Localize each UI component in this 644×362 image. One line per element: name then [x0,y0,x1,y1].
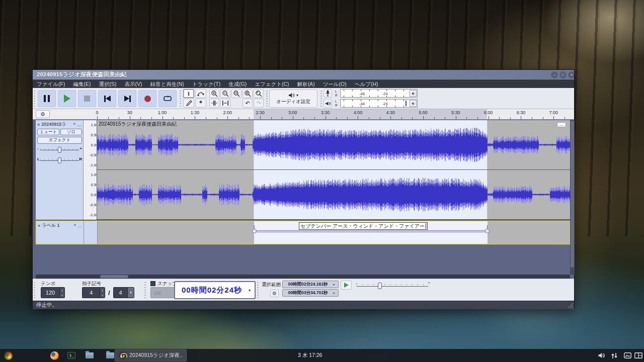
play-button[interactable] [58,90,76,107]
workspace-switcher-icon[interactable] [633,349,644,362]
label-start-handle[interactable] [252,229,257,233]
volume-tray-icon[interactable] [596,349,607,362]
redo-button[interactable]: ↷ [254,99,264,108]
toolbar-grip[interactable] [266,90,269,107]
recording-meter-bar[interactable]: LR -48 -24 [340,89,418,98]
menu-item[interactable]: ファイル(F) [33,80,69,88]
selection-start-field[interactable]: 00時間02分24.161秒 ▾ [282,281,339,288]
horizontal-scrollbar[interactable] [36,275,570,279]
dropdown-icon[interactable]: ▾ [333,291,338,295]
solo-button[interactable]: ソロ [60,129,82,135]
waveform-right-channel[interactable] [97,170,570,219]
label-end-handle[interactable] [485,229,490,233]
track-close-icon[interactable]: × [37,122,40,127]
maximize-button[interactable]: □ [559,71,567,78]
playback-meter-bar[interactable]: LR -48 -24 [340,99,418,108]
menu-item[interactable]: トラック(T) [188,80,224,88]
skip-to-end-button[interactable] [118,90,136,107]
play-speed-slider[interactable]: - + [355,281,435,290]
multi-tool-button[interactable]: * [195,99,206,108]
playback-meter[interactable]: LR -48 -24 [324,99,418,108]
menu-item[interactable]: 録音と再生(N) [146,80,188,88]
applications-menu-button[interactable] [2,349,14,362]
playback-meter-speaker-button[interactable] [324,99,332,108]
vertical-scrollbar[interactable] [570,120,575,275]
toolbar-grip[interactable] [180,90,182,107]
recording-meter-mic-button[interactable] [324,89,332,98]
effects-button[interactable]: エフェクト [37,137,82,144]
zoom-out-button[interactable] [220,89,230,98]
skip-to-start-button[interactable] [98,90,116,107]
selection-options-button[interactable]: ⚙ [270,290,279,297]
selection-tool-button[interactable]: I [183,89,194,98]
track-menu-icon[interactable]: … [77,122,82,127]
dropdown-icon[interactable]: ▾ [249,288,255,293]
menu-item[interactable]: エフェクト(C) [251,80,293,88]
zoom-selection-button[interactable] [231,89,242,98]
toolbar-grip[interactable] [320,90,323,107]
timesig-spinner[interactable]: ▴▾ [100,288,105,298]
menu-item[interactable]: 編集(E) [69,80,95,88]
zoom-toggle-button[interactable] [254,89,264,98]
titlebar[interactable]: 20240915ラジオ深夜便森田美由紀 – □ × [33,70,574,80]
trim-audio-button[interactable] [209,99,219,108]
audio-position-display[interactable]: 00時間02分24秒 ▾ [174,281,256,299]
zoom-project-button[interactable] [243,89,253,98]
menu-item[interactable]: ツール(O) [319,80,351,88]
resize-grip[interactable] [568,303,573,308]
toolbar-grip[interactable] [257,282,260,299]
tempo-spinner[interactable]: ▴▾ [59,288,64,298]
close-button[interactable]: × [568,71,575,78]
file-manager-launcher[interactable] [84,349,96,362]
amplitude-ruler[interactable]: 1.00.50.0-0.5-1.0 1.00.50.0-0.5-1.0 [84,120,97,220]
pan-slider[interactable]: L R [37,157,82,163]
pause-button[interactable] [38,90,56,107]
gain-slider-thumb[interactable] [58,147,61,153]
screenshot-tray-icon[interactable] [622,349,633,362]
terminal-launcher[interactable]: ❯_ [65,349,77,362]
selection-end-field[interactable]: 00時間03分34.701秒 ▾ [282,289,339,297]
draw-tool-button[interactable] [183,99,194,108]
menu-item[interactable]: 表示(V) [120,80,146,88]
taskbar-clock[interactable]: 3 木 17:26 [298,349,322,362]
label-track-control-panel[interactable]: × ラベル 1 ^ … [36,221,84,244]
stop-button[interactable] [78,90,96,107]
timesig-upper-field[interactable]: 4 ▴▾ [82,287,105,298]
taskbar-window-audacity[interactable]: 20240915ラジオ深夜.. [115,349,187,361]
dropdown-icon[interactable]: ▾ [127,288,134,298]
label-range-bar[interactable] [254,230,488,232]
dropdown-icon[interactable]: ▾ [333,283,338,286]
undo-button[interactable]: ↶ [243,99,253,108]
audio-track-content[interactable]: 20240915ラジオ深夜便森田美由紀 … [97,120,570,220]
track-overflow-button[interactable]: … [557,122,566,127]
track-name[interactable]: 20240915ラ... [41,121,66,128]
network-tray-icon[interactable] [609,349,620,362]
track-collapse-icon[interactable]: ^ [74,223,76,228]
track-close-icon[interactable]: × [38,223,40,228]
play-speed-slider-thumb[interactable] [378,283,382,289]
label-track-content[interactable]: セプテンバー アース・ウィンド・アンド・ファイアー [98,221,570,244]
snap-checkbox[interactable] [150,281,155,286]
track-menu-icon[interactable]: … [77,223,82,228]
silence-audio-button[interactable] [220,99,230,108]
timesig-lower-field[interactable]: 4 ▾ [113,287,134,298]
firefox-launcher[interactable] [48,349,60,362]
play-at-speed-button[interactable] [341,281,352,290]
recording-meter[interactable]: LR -48 -24 [324,88,418,98]
toolbar-grip[interactable] [144,282,147,299]
zoom-in-button[interactable] [209,89,219,98]
menu-item[interactable]: 選択(S) [95,80,120,88]
timeline-ruler[interactable]: ⚙ 0301:001:302:002:303:003:304:004:305:0… [33,109,574,120]
label-text-box[interactable]: セプテンバー アース・ウィンド・アンド・ファイアー [299,222,428,230]
tempo-field[interactable]: 120 ▴▾ [41,287,65,298]
horizontal-scrollbar-thumb[interactable] [100,275,128,278]
menu-item[interactable]: ヘルプ(H) [351,80,382,88]
envelope-tool-button[interactable] [195,89,206,98]
pan-slider-thumb[interactable] [58,157,61,163]
vertical-scrollbar-thumb[interactable] [571,121,574,267]
loop-button[interactable] [158,90,177,107]
minimize-button[interactable]: – [551,71,558,78]
audio-setup-button[interactable]: ▾ オーディオ設定 [269,89,317,108]
toolbar-grip[interactable] [34,282,36,299]
track-collapse-icon[interactable]: ^ [73,122,75,127]
